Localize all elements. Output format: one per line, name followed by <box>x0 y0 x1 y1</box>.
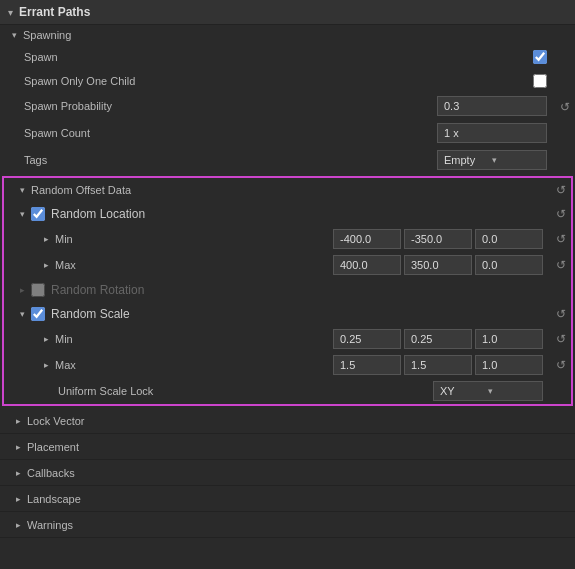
xy-dropdown[interactable]: XY ▾ <box>433 381 543 401</box>
placement-section[interactable]: ▸ Placement <box>0 434 575 460</box>
scale-max-inputs <box>333 355 543 375</box>
random-rotation-expand-arrow[interactable]: ▸ <box>20 285 25 295</box>
max-reset[interactable]: ↺ <box>551 258 571 272</box>
scale-min-label: Min <box>55 333 333 345</box>
max-x-input[interactable] <box>333 255 401 275</box>
scale-max-z-input[interactable] <box>475 355 543 375</box>
tags-value: Empty ▾ <box>437 150 547 170</box>
landscape-label: Landscape <box>27 493 81 505</box>
spawning-title: Spawning <box>23 29 71 41</box>
max-inputs <box>333 255 543 275</box>
max-expand-arrow[interactable]: ▸ <box>44 260 49 270</box>
max-y-input[interactable] <box>404 255 472 275</box>
spawn-prob-label: Spawn Probability <box>24 100 437 112</box>
max-z-input[interactable] <box>475 255 543 275</box>
scale-max-reset[interactable]: ↺ <box>551 358 571 372</box>
random-rotation-header[interactable]: ▸ Random Rotation <box>4 278 551 302</box>
random-offset-header[interactable]: ▾ Random Offset Data <box>4 178 551 202</box>
random-rotation-label: Random Rotation <box>51 283 144 297</box>
tags-dropdown[interactable]: Empty ▾ <box>437 150 547 170</box>
random-rotation-checkbox-row: Random Rotation <box>31 283 144 297</box>
spawn-prob-reset[interactable]: ↺ <box>555 100 575 114</box>
min-y-input[interactable] <box>404 229 472 249</box>
scale-min-expand-arrow[interactable]: ▸ <box>44 334 49 344</box>
random-offset-title: Random Offset Data <box>31 184 131 196</box>
spawn-label: Spawn <box>24 51 533 63</box>
spawn-only-one-child-row: Spawn Only One Child <box>0 69 555 93</box>
spawn-only-value <box>533 74 547 88</box>
landscape-arrow: ▸ <box>16 494 21 504</box>
tags-label: Tags <box>24 154 437 166</box>
scale-min-inputs <box>333 329 543 349</box>
scale-min-x-input[interactable] <box>333 329 401 349</box>
random-location-arrow: ▾ <box>20 209 25 219</box>
random-location-label: Random Location <box>51 207 145 221</box>
spawn-only-checkbox[interactable] <box>533 74 547 88</box>
min-inputs <box>333 229 543 249</box>
spawn-prob-value <box>437 96 547 116</box>
scale-max-expand-arrow[interactable]: ▸ <box>44 360 49 370</box>
uniform-scale-lock-value: XY ▾ <box>433 381 543 401</box>
placement-label: Placement <box>27 441 79 453</box>
random-scale-max-row: ▸ Max <box>4 352 551 378</box>
callbacks-section[interactable]: ▸ Callbacks <box>0 460 575 486</box>
warnings-arrow: ▸ <box>16 520 21 530</box>
panel-header[interactable]: ▾ Errant Paths <box>0 0 575 25</box>
xy-dropdown-arrow: ▾ <box>488 386 536 396</box>
random-location-min-row: ▸ Min <box>4 226 551 252</box>
warnings-section[interactable]: ▸ Warnings <box>0 512 575 538</box>
spawning-arrow: ▾ <box>12 30 17 40</box>
min-label: Min <box>55 233 333 245</box>
random-offset-reset[interactable]: ↺ <box>551 183 571 197</box>
tags-dropdown-arrow: ▾ <box>492 155 540 165</box>
spawning-header[interactable]: ▾ Spawning <box>0 25 575 45</box>
xy-dropdown-value: XY <box>440 385 488 397</box>
scale-min-z-input[interactable] <box>475 329 543 349</box>
spawn-checkbox[interactable] <box>533 50 547 64</box>
random-location-reset[interactable]: ↺ <box>551 207 571 221</box>
lock-vector-arrow: ▸ <box>16 416 21 426</box>
min-z-input[interactable] <box>475 229 543 249</box>
scale-max-x-input[interactable] <box>333 355 401 375</box>
uniform-scale-lock-row: Uniform Scale Lock XY ▾ <box>4 378 551 404</box>
random-location-header[interactable]: ▾ Random Location <box>4 202 551 226</box>
random-scale-checkbox-row: Random Scale <box>31 307 130 321</box>
lock-vector-section[interactable]: ▸ Lock Vector <box>0 408 575 434</box>
min-reset[interactable]: ↺ <box>551 232 571 246</box>
landscape-section[interactable]: ▸ Landscape <box>0 486 575 512</box>
spawn-count-row: Spawn Count <box>0 120 555 147</box>
spawn-count-value <box>437 123 547 143</box>
min-x-input[interactable] <box>333 229 401 249</box>
scale-min-reset[interactable]: ↺ <box>551 332 571 346</box>
random-location-checkbox[interactable] <box>31 207 45 221</box>
random-location-checkbox-row: Random Location <box>31 207 145 221</box>
spawn-prob-input[interactable] <box>437 96 547 116</box>
tags-dropdown-value: Empty <box>444 154 492 166</box>
scale-max-label: Max <box>55 359 333 371</box>
random-offset-data-section: ▾ Random Offset Data ↺ ▾ Random Location… <box>2 176 573 406</box>
random-scale-reset[interactable]: ↺ <box>551 307 571 321</box>
scale-max-y-input[interactable] <box>404 355 472 375</box>
min-expand-arrow[interactable]: ▸ <box>44 234 49 244</box>
spawn-value <box>533 50 547 64</box>
spawn-count-label: Spawn Count <box>24 127 437 139</box>
tags-row: Tags Empty ▾ <box>0 147 555 174</box>
random-rotation-checkbox[interactable] <box>31 283 45 297</box>
panel-collapse-arrow: ▾ <box>8 7 13 18</box>
warnings-label: Warnings <box>27 519 73 531</box>
uniform-scale-lock-label: Uniform Scale Lock <box>44 385 433 397</box>
random-offset-arrow: ▾ <box>20 185 25 195</box>
placement-arrow: ▸ <box>16 442 21 452</box>
random-scale-header[interactable]: ▾ Random Scale <box>4 302 551 326</box>
scale-min-y-input[interactable] <box>404 329 472 349</box>
random-scale-checkbox[interactable] <box>31 307 45 321</box>
random-scale-min-row: ▸ Min <box>4 326 551 352</box>
random-scale-label: Random Scale <box>51 307 130 321</box>
spawn-row: Spawn <box>0 45 555 69</box>
spawn-probability-row: Spawn Probability <box>0 93 555 120</box>
max-label: Max <box>55 259 333 271</box>
callbacks-label: Callbacks <box>27 467 75 479</box>
spawn-count-input[interactable] <box>437 123 547 143</box>
callbacks-arrow: ▸ <box>16 468 21 478</box>
random-scale-arrow: ▾ <box>20 309 25 319</box>
